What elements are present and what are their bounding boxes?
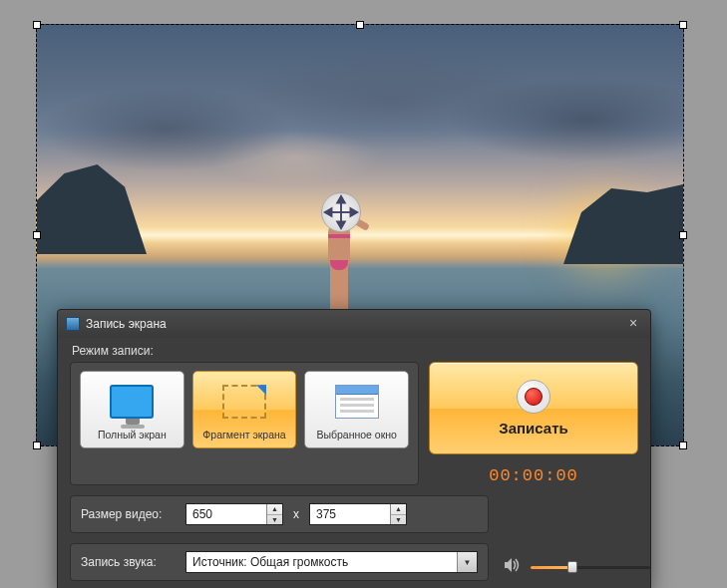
video-size-label: Размер видео: <box>81 507 176 521</box>
record-button[interactable]: Записать <box>429 362 638 454</box>
slider-thumb[interactable] <box>567 561 577 573</box>
height-spinner: ▲ ▼ <box>390 504 406 524</box>
resize-handle-mid-left[interactable] <box>33 231 41 239</box>
speaker-icon[interactable] <box>505 558 521 575</box>
height-spin-up[interactable]: ▲ <box>391 504 406 515</box>
volume-control <box>505 558 650 575</box>
mode-panel: Полный экран Фрагмент экрана Выбранное о… <box>70 362 419 485</box>
svg-marker-3 <box>337 222 345 229</box>
mode-fragment-label: Фрагмент экрана <box>202 430 285 441</box>
audio-row: Запись звука: Источник: Общая громкость … <box>70 543 489 581</box>
height-spin-down[interactable]: ▼ <box>391 515 406 525</box>
audio-source-select[interactable]: Источник: Общая громкость ▼ <box>185 551 478 573</box>
chevron-down-icon[interactable]: ▼ <box>457 552 477 572</box>
svg-marker-6 <box>505 558 512 572</box>
mode-window-button[interactable]: Выбранное окно <box>304 371 409 448</box>
volume-slider[interactable] <box>531 564 650 570</box>
record-icon <box>517 380 550 414</box>
slider-fill <box>531 566 572 569</box>
resize-handle-bot-right[interactable] <box>679 441 687 449</box>
audio-label: Запись звука: <box>81 555 176 569</box>
audio-source-value: Источник: Общая громкость <box>186 552 457 572</box>
resize-handle-mid-right[interactable] <box>679 231 687 239</box>
record-timer: 00:00:00 <box>489 466 578 485</box>
resize-handle-top-left[interactable] <box>33 21 41 29</box>
mode-window-label: Выбранное окно <box>316 430 397 441</box>
video-size-row: Размер видео: ▲ ▼ x ▲ ▼ <box>70 495 489 533</box>
width-input[interactable] <box>186 504 266 524</box>
record-button-label: Записать <box>499 420 567 437</box>
monitor-icon <box>110 385 154 419</box>
app-icon <box>66 317 80 331</box>
close-icon[interactable]: × <box>624 315 642 333</box>
mode-fullscreen-label: Полный экран <box>98 430 167 441</box>
window-icon <box>335 385 379 419</box>
width-spin-up[interactable]: ▲ <box>267 504 282 515</box>
resize-handle-top-right[interactable] <box>679 21 687 29</box>
mode-fullscreen-button[interactable]: Полный экран <box>80 371 184 448</box>
resize-handle-bot-left[interactable] <box>33 441 41 449</box>
resize-handle-top-mid[interactable] <box>356 21 364 29</box>
mode-section-label: Режим записи: <box>58 338 650 362</box>
size-separator: x <box>293 507 299 521</box>
sky-clouds <box>37 25 683 214</box>
fragment-icon <box>222 385 266 419</box>
screen-record-dialog: Запись экрана × Режим записи: Полный экр… <box>57 309 651 588</box>
width-field: ▲ ▼ <box>185 503 283 525</box>
height-field: ▲ ▼ <box>309 503 407 525</box>
svg-marker-2 <box>337 196 345 203</box>
width-spinner: ▲ ▼ <box>266 504 282 524</box>
dialog-titlebar[interactable]: Запись экрана × <box>58 310 650 338</box>
svg-marker-5 <box>351 208 358 216</box>
width-spin-down[interactable]: ▼ <box>267 515 282 525</box>
move-cursor-icon[interactable] <box>321 192 361 232</box>
dialog-title: Запись экрана <box>86 317 618 331</box>
mode-fragment-button[interactable]: Фрагмент экрана <box>192 371 297 448</box>
height-input[interactable] <box>310 504 390 524</box>
svg-marker-4 <box>325 208 332 216</box>
